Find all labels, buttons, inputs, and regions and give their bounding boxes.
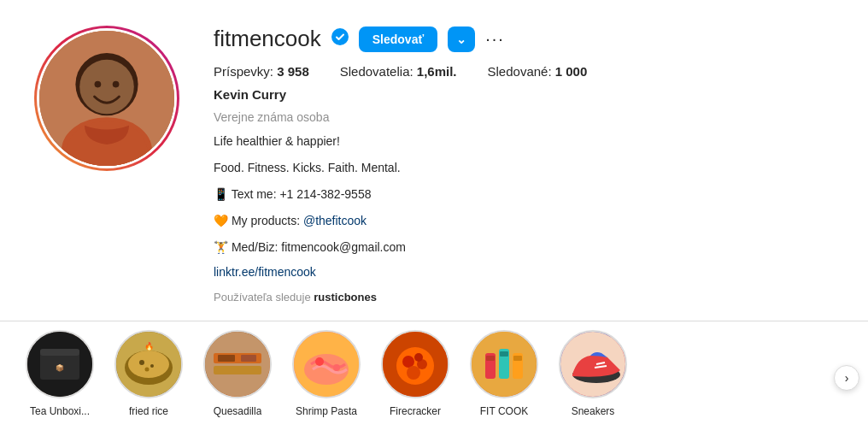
highlight-item[interactable]: Shrimp Pasta [292, 330, 361, 417]
follower-note: Používateľa sleduje rusticbones [214, 291, 834, 304]
highlight-label: fried rice [129, 405, 168, 417]
svg-point-3 [79, 60, 134, 115]
highlight-label: FIT COOK [480, 405, 528, 417]
svg-text:🔥: 🔥 [144, 341, 155, 351]
highlight-circle: 🔥 [114, 330, 183, 398]
followers-stat: Sledovatelia: 1,6mil. [340, 64, 457, 79]
bio-line-2: Food. Fitness. Kicks. Faith. Mental. [214, 159, 834, 177]
highlight-circle [203, 330, 272, 398]
svg-rect-22 [241, 355, 256, 362]
stats-row: Príspevky: 3 958 Sledovatelia: 1,6mil. S… [214, 64, 834, 79]
highlight-label: Firecracker [390, 405, 441, 417]
svg-rect-37 [486, 356, 495, 361]
highlight-item[interactable]: Quesadilla [203, 330, 272, 417]
bio-email: 🏋 Med/Biz: fitmencook@gmail.com [214, 239, 834, 256]
svg-rect-9 [40, 349, 79, 356]
highlights-next-button[interactable]: › [834, 365, 859, 391]
bio-category: Verejne známa osoba [214, 110, 834, 124]
highlight-item[interactable]: Firecracker [381, 330, 449, 417]
follow-button[interactable]: Sledovať [359, 27, 437, 52]
highlight-circle [381, 330, 449, 398]
avatar-wrapper[interactable] [34, 26, 179, 171]
svg-point-15 [150, 364, 154, 368]
highlight-label: Tea Unboxi... [30, 405, 90, 417]
highlight-label: Shrimp Pasta [296, 405, 357, 417]
profile-section: fitmencook Sledovať ⌄ ··· Príspevky: 3 9… [0, 0, 868, 321]
highlight-item[interactable]: 📦Tea Unboxi... [26, 330, 94, 417]
highlight-item[interactable]: Sneakers [559, 330, 627, 417]
verified-icon [331, 28, 349, 50]
svg-point-14 [139, 360, 144, 365]
highlight-circle [559, 330, 627, 398]
svg-point-16 [145, 368, 150, 372]
highlights-container: 📦Tea Unboxi...🔥fried riceQuesadillaShrim… [26, 330, 627, 417]
svg-point-32 [414, 353, 423, 362]
more-options-button[interactable]: ··· [485, 29, 505, 49]
svg-rect-18 [205, 332, 270, 397]
highlight-item[interactable]: FIT COOK [470, 330, 538, 417]
bio-products: 🧡 My products: @thefitcook [214, 212, 834, 230]
svg-point-29 [402, 356, 414, 368]
highlight-circle [470, 330, 538, 398]
highlights-section: 📦Tea Unboxi...🔥fried riceQuesadillaShrim… [0, 321, 868, 434]
following-stat: Sledované: 1 000 [488, 64, 588, 79]
svg-rect-39 [513, 356, 522, 361]
svg-point-5 [113, 81, 120, 88]
svg-point-31 [407, 366, 420, 380]
products-link[interactable]: @thefitcook [303, 214, 367, 227]
bio-line-1: Life healthier & happier! [214, 133, 834, 150]
highlight-label: Sneakers [572, 405, 615, 417]
svg-point-24 [304, 354, 349, 385]
svg-text:📦: 📦 [56, 363, 64, 372]
posts-stat: Príspevky: 3 958 [214, 64, 309, 79]
dropdown-button[interactable]: ⌄ [448, 27, 475, 52]
highlight-circle [292, 330, 361, 398]
svg-point-25 [315, 357, 324, 366]
bio-name: Kevin Curry [214, 87, 834, 102]
svg-point-26 [333, 364, 340, 371]
highlight-item[interactable]: 🔥fried rice [114, 330, 183, 417]
svg-rect-20 [214, 366, 261, 374]
svg-rect-38 [500, 351, 508, 357]
website-link[interactable]: linktr.ee/fitmencook [214, 265, 834, 279]
svg-point-13 [128, 351, 169, 378]
bio-phone: 📱 Text me: +1 214-382-9558 [214, 186, 834, 203]
svg-point-6 [331, 28, 349, 45]
highlight-label: Quesadilla [214, 405, 262, 417]
username: fitmencook [214, 26, 321, 52]
avatar [37, 28, 177, 168]
highlight-circle: 📦 [26, 330, 94, 398]
avatar-image [37, 31, 177, 166]
profile-header: fitmencook Sledovať ⌄ ··· [214, 26, 834, 52]
svg-point-4 [95, 81, 102, 88]
svg-rect-21 [218, 355, 235, 362]
profile-info: fitmencook Sledovať ⌄ ··· Príspevky: 3 9… [214, 26, 834, 304]
